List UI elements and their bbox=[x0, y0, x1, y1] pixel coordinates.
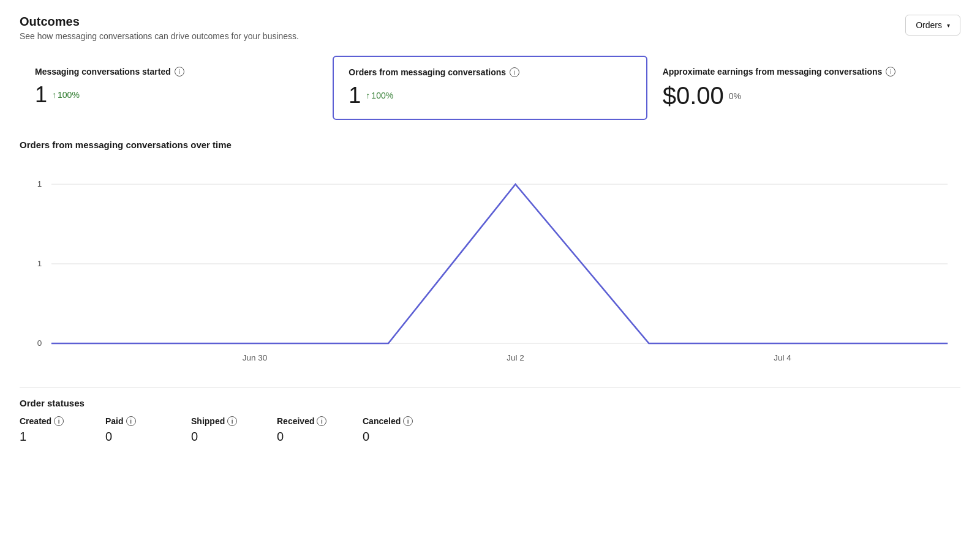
metric-number-earnings: $0.00 bbox=[663, 82, 724, 110]
metric-label-conversations: Messaging conversations started bbox=[35, 66, 171, 77]
status-col-header-received: Received i bbox=[277, 416, 363, 426]
header-text: Outcomes See how messaging conversations… bbox=[20, 15, 299, 41]
status-label-paid: Paid bbox=[105, 416, 124, 426]
status-value-received: 0 bbox=[277, 430, 363, 444]
dropdown-label: Orders bbox=[916, 20, 942, 30]
status-col-created: Created i 1 bbox=[20, 416, 105, 444]
info-icon-received[interactable]: i bbox=[317, 416, 326, 426]
metric-number-orders: 1 bbox=[349, 83, 361, 108]
status-value-created: 1 bbox=[20, 430, 105, 444]
x-label-jul2: Jul 2 bbox=[507, 353, 524, 362]
metric-change-earnings: 0% bbox=[729, 91, 741, 101]
arrow-up-icon-orders: ↑ bbox=[366, 91, 370, 100]
info-icon-created[interactable]: i bbox=[54, 416, 64, 426]
info-icon-paid[interactable]: i bbox=[126, 416, 136, 426]
statuses-table: Created i 1 Paid i 0 Shipped i 0 Receive… bbox=[20, 416, 960, 444]
status-label-received: Received bbox=[277, 416, 314, 426]
arrow-up-icon: ↑ bbox=[52, 90, 56, 100]
chart-svg: 1 1 0 Jun 30 Jul 2 Jul 4 bbox=[20, 160, 960, 368]
status-value-canceled: 0 bbox=[363, 430, 448, 444]
info-icon-orders[interactable]: i bbox=[510, 67, 519, 77]
status-col-canceled: Canceled i 0 bbox=[363, 416, 448, 444]
metric-card-header-orders: Orders from messaging conversations i bbox=[349, 67, 631, 78]
status-value-shipped: 0 bbox=[191, 430, 277, 444]
status-col-header-shipped: Shipped i bbox=[191, 416, 277, 426]
metric-card-conversations: Messaging conversations started i 1 ↑ 10… bbox=[20, 56, 333, 120]
metric-card-header: Messaging conversations started i bbox=[35, 66, 317, 77]
page-header: Outcomes See how messaging conversations… bbox=[20, 15, 960, 41]
order-statuses-section: Order statuses Created i 1 Paid i 0 Ship… bbox=[20, 398, 960, 444]
info-icon-earnings[interactable]: i bbox=[886, 67, 895, 77]
chart-container: 1 1 0 Jun 30 Jul 2 Jul 4 bbox=[20, 160, 960, 368]
status-col-header-canceled: Canceled i bbox=[363, 416, 448, 426]
chart-title: Orders from messaging conversations over… bbox=[20, 140, 960, 150]
chevron-down-icon: ▾ bbox=[947, 22, 950, 29]
x-label-jul4: Jul 4 bbox=[774, 353, 791, 362]
metric-card-header-earnings: Approximate earnings from messaging conv… bbox=[663, 66, 945, 77]
section-divider bbox=[20, 387, 960, 388]
metric-change-conversations: ↑ 100% bbox=[52, 90, 80, 100]
x-label-jun30: Jun 30 bbox=[243, 353, 267, 362]
y-label-bottom: 0 bbox=[37, 338, 42, 348]
metric-label-earnings: Approximate earnings from messaging conv… bbox=[663, 66, 883, 77]
status-label-shipped: Shipped bbox=[191, 416, 225, 426]
metric-value-earnings: $0.00 0% bbox=[663, 82, 945, 110]
metrics-row: Messaging conversations started i 1 ↑ 10… bbox=[20, 56, 960, 120]
info-icon-canceled[interactable]: i bbox=[403, 416, 413, 426]
metric-number-conversations: 1 bbox=[35, 82, 47, 108]
status-col-paid: Paid i 0 bbox=[105, 416, 191, 444]
orders-dropdown[interactable]: Orders ▾ bbox=[905, 15, 960, 36]
metric-card-orders: Orders from messaging conversations i 1 … bbox=[333, 56, 647, 120]
y-label-top: 1 bbox=[37, 179, 42, 189]
metric-label-orders: Orders from messaging conversations bbox=[349, 67, 506, 78]
y-label-mid: 1 bbox=[37, 259, 42, 268]
metric-value-orders: 1 ↑ 100% bbox=[349, 83, 631, 108]
page-subtitle: See how messaging conversations can driv… bbox=[20, 31, 299, 41]
metric-change-orders: ↑ 100% bbox=[366, 91, 393, 100]
status-col-shipped: Shipped i 0 bbox=[191, 416, 277, 444]
status-col-header-created: Created i bbox=[20, 416, 105, 426]
status-col-received: Received i 0 bbox=[277, 416, 363, 444]
order-statuses-title: Order statuses bbox=[20, 398, 960, 408]
status-label-created: Created bbox=[20, 416, 51, 426]
metric-change-pct-conversations: 100% bbox=[58, 90, 80, 100]
page-title: Outcomes bbox=[20, 15, 299, 29]
status-col-header-paid: Paid i bbox=[105, 416, 191, 426]
status-label-canceled: Canceled bbox=[363, 416, 401, 426]
metric-value-conversations: 1 ↑ 100% bbox=[35, 82, 317, 108]
metric-card-earnings: Approximate earnings from messaging conv… bbox=[647, 56, 960, 120]
metric-change-pct-orders: 100% bbox=[371, 91, 393, 100]
info-icon-conversations[interactable]: i bbox=[175, 67, 184, 77]
status-value-paid: 0 bbox=[105, 430, 191, 444]
chart-section: Orders from messaging conversations over… bbox=[20, 140, 960, 368]
info-icon-shipped[interactable]: i bbox=[227, 416, 237, 426]
